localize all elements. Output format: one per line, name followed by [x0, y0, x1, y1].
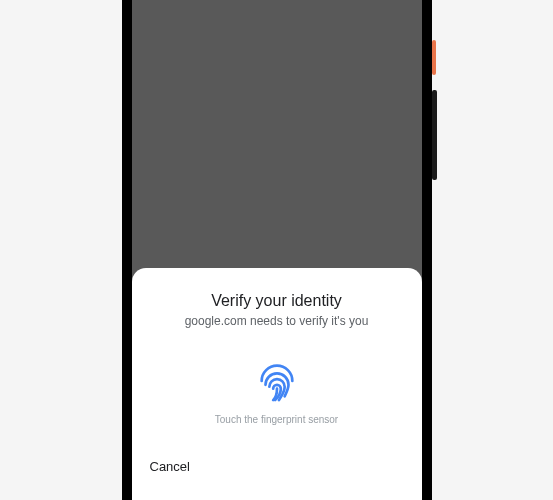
volume-button [432, 90, 437, 180]
cancel-button[interactable]: Cancel [150, 455, 190, 478]
fingerprint-icon [254, 358, 300, 404]
screen: example.com 4 ⋮ Verify your identity goo… [132, 0, 422, 500]
phone-frame: example.com 4 ⋮ Verify your identity goo… [122, 0, 432, 500]
power-button [432, 40, 436, 75]
biometric-dialog: Verify your identity google.com needs to… [132, 268, 422, 492]
dialog-title: Verify your identity [150, 292, 404, 310]
dialog-subtitle: google.com needs to verify it's you [150, 314, 404, 328]
fingerprint-section: Touch the fingerprint sensor [150, 358, 404, 425]
page-content: Verify your identity google.com needs to… [132, 0, 422, 500]
fingerprint-hint: Touch the fingerprint sensor [215, 414, 338, 425]
system-nav-bar [132, 492, 422, 500]
